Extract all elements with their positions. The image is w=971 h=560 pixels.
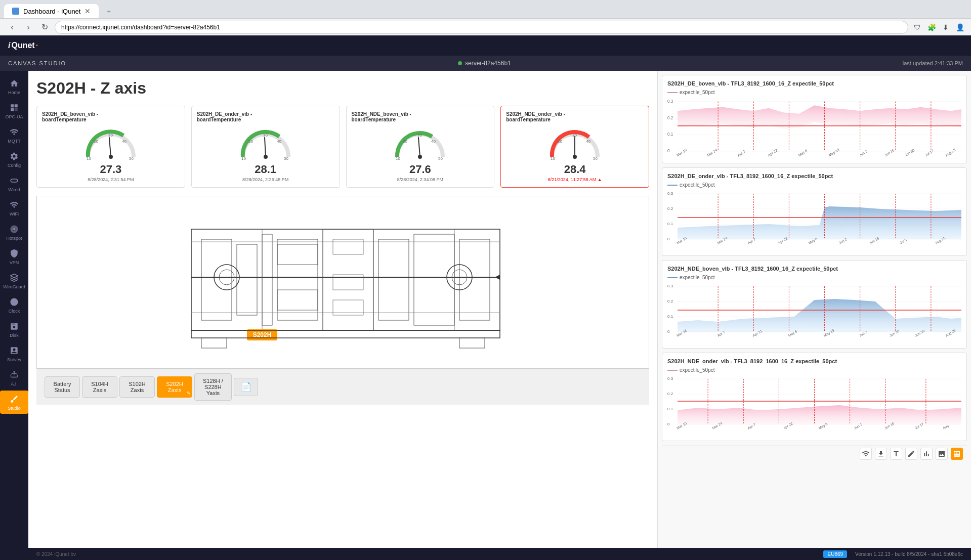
download-icon[interactable]: ⬇ — [941, 22, 951, 32]
back-button[interactable]: ‹ — [6, 21, 18, 33]
chart-svg-4: 0.3 0.2 0.1 0 — [667, 375, 961, 430]
sidebar-item-hotspot[interactable]: Hotspot — [0, 221, 28, 244]
svg-text:0.3: 0.3 — [667, 99, 673, 104]
gauge-container-1: 10 20 30 40 50 — [80, 126, 141, 162]
chart-legend-3: expectile_50pct — [667, 275, 961, 280]
svg-text:0.3: 0.3 — [667, 284, 673, 288]
gauge-container-4: 10 20 30 40 50 — [544, 126, 605, 162]
tab-battery-status[interactable]: BatteryStatus — [45, 376, 80, 398]
add-tab-button[interactable]: 📄 — [234, 378, 258, 396]
new-tab-button[interactable]: + — [99, 4, 190, 18]
sidebar-item-wifi[interactable]: WiFi — [0, 196, 28, 220]
sidebar-item-wireguard[interactable]: WireGuard — [0, 269, 28, 292]
sidebar-label-config: Config — [8, 163, 21, 168]
main-content: S202H - Z axis S202H_DE_boven_vib -board… — [28, 71, 971, 560]
legend-line-1 — [667, 92, 678, 93]
svg-line-10 — [109, 138, 111, 157]
svg-text:Aug 25: Aug 25 — [945, 147, 957, 157]
chart-tool-wifi[interactable] — [860, 448, 872, 460]
tab-s104h[interactable]: S104HZaxis — [82, 376, 117, 398]
gauge-card-4: S202H_NDE_onder_vib -boardTemperature 10… — [500, 106, 649, 188]
browser-toolbar-icons: 🛡 🧩 ⬇ 👤 — [912, 22, 965, 32]
forward-button[interactable]: › — [22, 21, 34, 33]
sidebar-item-survey[interactable]: Survey — [0, 342, 28, 365]
gauge-timestamp-1: 8/28/2024, 2:31:54 PM — [42, 177, 180, 182]
svg-point-4 — [13, 228, 16, 231]
chart-tool-chart[interactable] — [920, 448, 933, 460]
sidebar-label-hotspot: Hotspot — [6, 236, 22, 241]
gauge-card-3: S202H_NDE_boven_vib -boardTemperature 10… — [346, 106, 495, 188]
app: iQunet· CANVAS STUDIO server-82a456b1 la… — [0, 35, 971, 560]
svg-line-17 — [265, 138, 266, 157]
sidebar-item-disk[interactable]: Disk — [0, 318, 28, 341]
wifi-icon — [9, 199, 20, 210]
address-bar[interactable] — [55, 21, 908, 34]
svg-text:10: 10 — [551, 156, 555, 161]
dashboard: S202H - Z axis S202H_DE_boven_vib -board… — [28, 71, 971, 548]
gauge-timestamp-2: 8/28/2024, 2:26:48 PM — [197, 177, 334, 182]
sidebar-label-ai: A.I. — [11, 381, 18, 386]
svg-point-32 — [573, 155, 577, 159]
status-bar: CANVAS STUDIO server-82a456b1 last updat… — [0, 56, 971, 71]
opc-ua-icon — [9, 102, 20, 113]
svg-text:30: 30 — [108, 133, 113, 138]
svg-text:0: 0 — [667, 422, 670, 426]
sidebar-item-opc-ua[interactable]: OPC-UA — [0, 99, 28, 122]
floor-plan-svg: S202H — [176, 199, 510, 366]
svg-point-11 — [109, 155, 113, 159]
svg-text:10: 10 — [396, 156, 400, 161]
svg-text:0.1: 0.1 — [667, 407, 673, 411]
top-nav: iQunet· — [0, 35, 971, 56]
sidebar-item-home[interactable]: Home — [0, 75, 28, 98]
mqtt-icon — [9, 126, 20, 138]
gauge-row: S202H_DE_boven_vib -boardTemperature 10 — [36, 106, 649, 188]
tab-close-button[interactable]: ✕ — [85, 7, 91, 15]
svg-rect-0 — [11, 104, 14, 107]
footer: © 2024 iQunet bv EU869 Version 1.12.13 -… — [28, 548, 971, 560]
gauge-value-4: 28.4 — [506, 163, 644, 176]
svg-rect-34 — [201, 239, 232, 320]
chart-tool-table[interactable] — [951, 448, 963, 460]
chart-tool-download[interactable] — [875, 448, 887, 460]
sidebar-label-survey: Survey — [7, 357, 21, 362]
sidebar-item-vpn[interactable]: VPN — [0, 245, 28, 268]
sidebar-label-disk: Disk — [10, 333, 19, 338]
new-tab-icon: + — [107, 8, 111, 15]
floor-plan: S202H — [36, 196, 649, 369]
svg-rect-57 — [333, 300, 363, 315]
sidebar-item-ai[interactable]: A.I. — [0, 366, 28, 390]
chart-card-4: S202H_NDE_onder_vlb - TFL3_8192_1600_16_… — [662, 353, 967, 441]
left-panel: S202H - Z axis S202H_DE_boven_vib -board… — [28, 71, 657, 548]
shield-icon[interactable]: 🛡 — [912, 22, 922, 32]
tab-s128h[interactable]: S128H /S228HYaxis — [194, 373, 232, 401]
chart-toolbar — [662, 445, 967, 462]
sidebar-item-studio[interactable]: Studio — [0, 391, 28, 414]
sidebar-item-wired[interactable]: Wired — [0, 172, 28, 195]
chart-svg-3: 0.3 0.2 0.1 0 — [667, 282, 961, 338]
tab-s102h[interactable]: S102HZaxis — [119, 376, 155, 398]
svg-text:May 19: May 19 — [828, 147, 840, 158]
sidebar-item-mqtt[interactable]: MQTT — [0, 123, 28, 147]
svg-text:0.2: 0.2 — [667, 299, 673, 304]
svg-point-18 — [264, 155, 268, 159]
sidebar-item-config[interactable]: Config — [0, 148, 28, 171]
svg-text:40: 40 — [586, 139, 590, 144]
svg-marker-61 — [495, 275, 500, 280]
svg-text:10: 10 — [87, 156, 91, 161]
reload-button[interactable]: ↻ — [38, 21, 51, 33]
sidebar-item-clock[interactable]: Clock — [0, 293, 28, 317]
gauge-container-3: 10 20 30 40 50 — [390, 126, 450, 162]
gauge-timestamp-3: 8/28/2024, 2:34:08 PM — [352, 177, 489, 182]
extensions-icon[interactable]: 🧩 — [926, 22, 937, 32]
server-info: server-82a456b1 — [458, 60, 511, 67]
chart-tool-pencil[interactable] — [905, 448, 917, 460]
last-updated-label: last updated 2:41:33 PM — [903, 60, 963, 66]
active-tab[interactable]: Dashboard - iQunet ✕ — [4, 4, 99, 18]
svg-rect-39 — [378, 239, 409, 320]
profile-icon[interactable]: 👤 — [955, 22, 965, 32]
chart-tool-image[interactable] — [936, 448, 948, 460]
svg-rect-36 — [262, 234, 272, 325]
version-badge: EU869 — [823, 550, 847, 558]
chart-tool-text[interactable] — [890, 448, 902, 460]
tab-s202h[interactable]: S202HZaxis ✎ — [157, 376, 192, 398]
